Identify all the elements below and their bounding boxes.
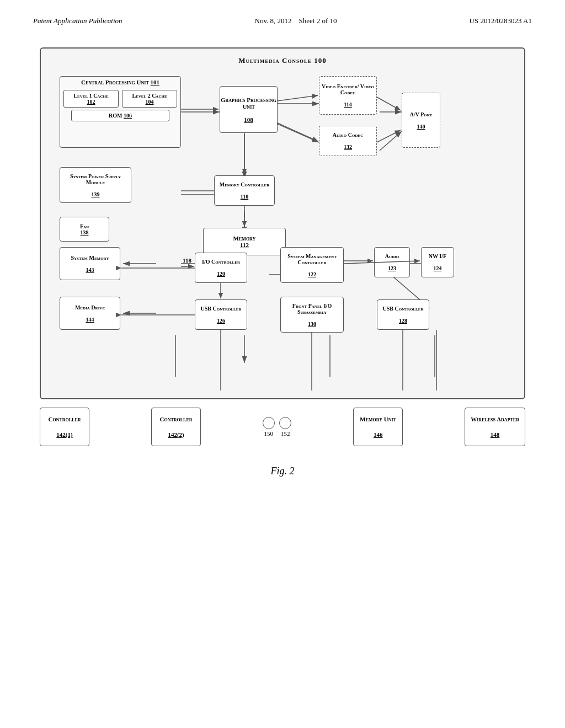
header-date: Nov. 8, 2012 [255,17,292,25]
header-left: Patent Application Publication [33,17,122,25]
level1cache-block: Level 1 Cache102 [63,90,119,108]
page: Patent Application Publication Nov. 8, 2… [0,0,565,728]
memory-unit-block: Memory Unit 146 [353,408,403,446]
header-sheet: Sheet 2 of 10 [299,17,337,25]
svg-line-28 [377,130,401,142]
nw-if-block: NW I/F124 [421,247,454,277]
header-right: US 2012/0283023 A1 [470,17,532,25]
port-152-label: 152 [281,430,290,437]
main-title: Multimedia Console 100 [49,56,516,65]
svg-line-26 [278,123,318,141]
ports-area: 150 152 [263,417,291,437]
main-box: Multimedia Console 100 [40,47,525,399]
media-drive-block: Media Drive144 [60,297,120,330]
rom-block: ROM 106 [71,110,169,121]
level2cache-block: Level 2 Cache104 [122,90,177,108]
svg-line-27 [377,97,401,110]
usb-controller2-block: USB Controller128 [377,299,429,330]
header-center: Nov. 8, 2012 Sheet 2 of 10 [255,17,337,25]
cpu-box: Central Processing Unit 101 Level 1 Cach… [60,76,181,148]
io-controller-block: I/O Controller120 [195,253,247,283]
memory-block: Memory 112 [203,228,286,255]
audio-block: Audio123 [374,247,410,277]
system-memory-block: System Memory143 [60,247,120,280]
usb-controller1-block: USB Controller126 [195,299,247,330]
port-150-label: 150 [264,430,274,437]
gpu-block: Graphics Processing Unit108 [220,86,278,133]
system-mgmt-block: System Management Controller122 [280,247,344,283]
svg-line-25 [278,95,318,101]
controller2-block: Controller 142(2) [151,408,201,446]
wireless-adapter-block: Wireless Adapter 148 [465,408,525,446]
front-panel-block: Front Panel I/O Subassembly130 [280,297,344,333]
inner-layout: Central Processing Unit 101 Level 1 Cach… [49,71,516,390]
svg-line-16 [380,131,402,151]
system-power-block: System Power Supply Module139 [60,167,131,203]
memory-controller-block: Memory Controller110 [214,175,275,206]
label-118: 118 [183,257,191,264]
video-encoder-block: Video Encoder/ Video Codec114 [319,76,377,115]
audio-codec-block: Audio Codec132 [319,126,377,156]
figure-caption: Fig. 2 [40,465,525,477]
controller1-block: Controller 142(1) [40,408,89,446]
bottom-row: Controller 142(1) Controller 142(2) 150 … [40,405,525,449]
port-150-circle [263,417,275,429]
cpu-title: Central Processing Unit 101 [60,79,180,85]
av-port-block: A/V Port140 [402,93,440,148]
port-152-circle [279,417,291,429]
diagram-container: Multimedia Console 100 [40,47,525,477]
fan-block: Fan 138 [60,217,109,242]
header: Patent Application Publication Nov. 8, 2… [33,17,532,25]
